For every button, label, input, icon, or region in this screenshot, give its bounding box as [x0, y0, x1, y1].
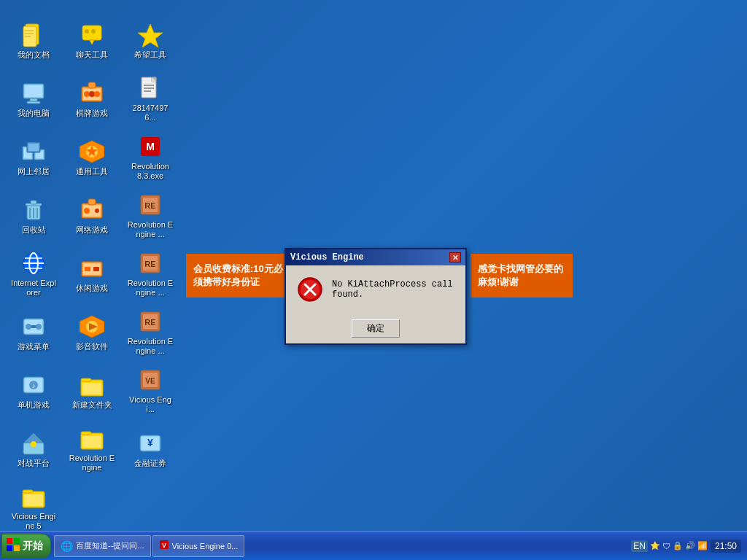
tray-volume-icon: 🔊: [685, 541, 695, 551]
tray-icons: EN ⭐ 🛡 🔒 🔊 📶: [631, 540, 708, 552]
taskbar: 开始 🌐 百度知道--提问问... V Vicious Engine 0... …: [0, 531, 747, 560]
svg-rect-104: [14, 538, 20, 544]
error-icon: [297, 276, 323, 303]
error-dialog: Vicious Engine ✕ No KiAttachProcess call…: [285, 248, 467, 345]
dialog-confirm-button[interactable]: 确定: [352, 319, 400, 338]
dialog-titlebar: Vicious Engine ✕: [286, 249, 465, 265]
dialog-body: No KiAttachProcess call found.: [286, 265, 465, 314]
taskbar-tray: EN ⭐ 🛡 🔒 🔊 📶 21:50: [625, 540, 747, 553]
dialog-overlay: Vicious Engine ✕ No KiAttachProcess call…: [0, 0, 747, 531]
tray-network-icon: 📶: [697, 541, 708, 551]
tray-shield-icon: 🛡: [662, 542, 670, 551]
start-icon: [7, 538, 20, 554]
tray-keyboard-icon: EN: [631, 540, 648, 552]
taskbar-item-baidu[interactable]: 🌐 百度知道--提问问...: [54, 535, 151, 557]
start-button[interactable]: 开始: [1, 534, 51, 559]
desktop: 我的文档 聊天工具 希望工具: [0, 0, 747, 531]
tray-security-icon: 🔒: [673, 541, 683, 551]
taskbar-item-vicious[interactable]: V Vicious Engine 0...: [152, 535, 245, 557]
dialog-footer: 确定: [286, 314, 465, 343]
taskbar-baidu-label: 百度知道--提问问...: [76, 540, 144, 551]
tray-star-icon: ⭐: [650, 541, 660, 551]
taskbar-vicious-icon: V: [159, 540, 169, 552]
svg-text:V: V: [161, 542, 166, 549]
dialog-close-button[interactable]: ✕: [449, 252, 461, 262]
svg-rect-105: [7, 545, 12, 551]
taskbar-baidu-icon: 🌐: [61, 540, 73, 552]
dialog-message: No KiAttachProcess call found.: [332, 279, 454, 300]
tray-time: 21:50: [711, 540, 741, 553]
taskbar-vicious-label: Vicious Engine 0...: [172, 542, 239, 551]
svg-rect-106: [14, 545, 20, 551]
taskbar-items: 🌐 百度知道--提问问... V Vicious Engine 0...: [54, 535, 625, 557]
start-label: 开始: [23, 540, 43, 553]
svg-rect-103: [7, 538, 12, 544]
dialog-title: Vicious Engine: [290, 252, 364, 262]
